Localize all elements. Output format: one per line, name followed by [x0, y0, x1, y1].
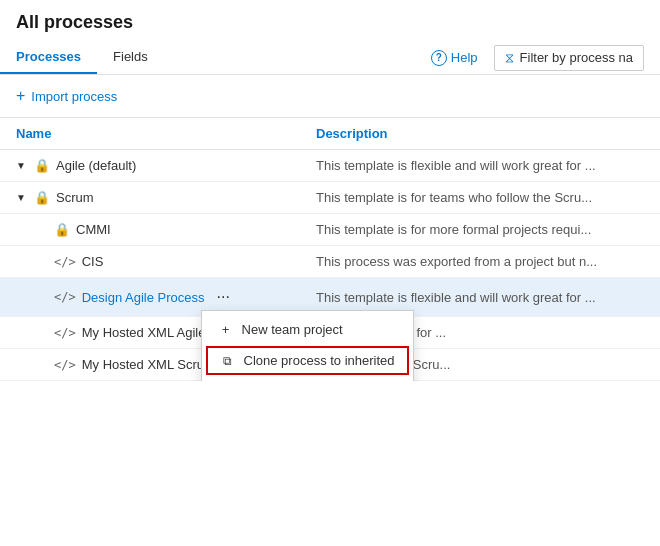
- table-row: ▼ 🔒 CMMI This template is for more forma…: [0, 214, 660, 246]
- row-name-label: My Hosted XML Agile: [82, 325, 206, 340]
- tab-bar: Processes Fields: [0, 41, 164, 74]
- toolbar: + Import process: [0, 75, 660, 118]
- row-name-label: Scrum: [56, 190, 94, 205]
- import-label: Import process: [31, 89, 117, 104]
- code-icon: </>: [54, 326, 76, 340]
- menu-item-new-team-project[interactable]: + New team project: [202, 315, 413, 344]
- row-name-label: Agile (default): [56, 158, 136, 173]
- menu-item-set-default[interactable]: Set as default process: [202, 377, 413, 381]
- column-name: Name: [0, 118, 300, 150]
- menu-item-label: Clone process to inherited: [244, 353, 395, 368]
- menu-item-clone-process[interactable]: ⧉ Clone process to inherited: [206, 346, 409, 375]
- help-label: Help: [451, 50, 478, 65]
- tab-fields[interactable]: Fields: [97, 41, 164, 74]
- row-description: This template is flexible and will work …: [316, 158, 596, 173]
- row-name-link[interactable]: Design Agile Process: [82, 290, 205, 305]
- chevron-icon[interactable]: ▼: [16, 160, 28, 171]
- plus-icon: +: [218, 322, 234, 337]
- row-description: This template is flexible and will work …: [316, 290, 596, 305]
- row-name-label: CMMI: [76, 222, 111, 237]
- code-icon: </>: [54, 358, 76, 372]
- context-menu: + New team project ⧉ Clone process to in…: [201, 310, 414, 381]
- row-name-label: My Hosted XML Scrum: [82, 357, 215, 372]
- help-link[interactable]: ? Help: [431, 50, 478, 66]
- page-header: All processes Processes Fields ? Help ⧖ …: [0, 0, 660, 75]
- tab-processes[interactable]: Processes: [0, 41, 97, 74]
- table-row: ▼ </> CIS This process was exported from…: [0, 246, 660, 278]
- row-description: This process was exported from a project…: [316, 254, 597, 269]
- filter-label: Filter by process na: [520, 50, 633, 65]
- lock-icon: 🔒: [34, 158, 50, 173]
- table-row: ▼ 🔒 Scrum This template is for teams who…: [0, 182, 660, 214]
- table-row: ▼ </> Design Agile Process ··· + New tea…: [0, 278, 660, 317]
- code-icon: </>: [54, 255, 76, 269]
- help-icon: ?: [431, 50, 447, 66]
- menu-item-label: New team project: [242, 322, 343, 337]
- top-actions: ? Help ⧖ Filter by process na: [431, 45, 644, 71]
- row-description: This template is for teams who follow th…: [316, 190, 592, 205]
- processes-table: Name Description ▼ 🔒 Agile (default) Thi…: [0, 118, 660, 381]
- lock-icon: 🔒: [54, 222, 70, 237]
- ellipsis-button[interactable]: ···: [211, 286, 236, 308]
- plus-icon: +: [16, 87, 25, 105]
- column-description: Description: [300, 118, 660, 150]
- filter-icon: ⧖: [505, 50, 514, 66]
- page-title: All processes: [16, 12, 644, 33]
- clone-icon: ⧉: [220, 354, 236, 368]
- lock-icon: 🔒: [34, 190, 50, 205]
- code-icon: </>: [54, 290, 76, 304]
- import-process-button[interactable]: + Import process: [16, 83, 117, 109]
- row-description: This template is for more formal project…: [316, 222, 591, 237]
- row-actions: ··· + New team project ⧉ Clone process t…: [211, 286, 236, 308]
- chevron-icon[interactable]: ▼: [16, 192, 28, 203]
- filter-button[interactable]: ⧖ Filter by process na: [494, 45, 644, 71]
- table-row: ▼ 🔒 Agile (default) This template is fle…: [0, 150, 660, 182]
- row-name-label: CIS: [82, 254, 104, 269]
